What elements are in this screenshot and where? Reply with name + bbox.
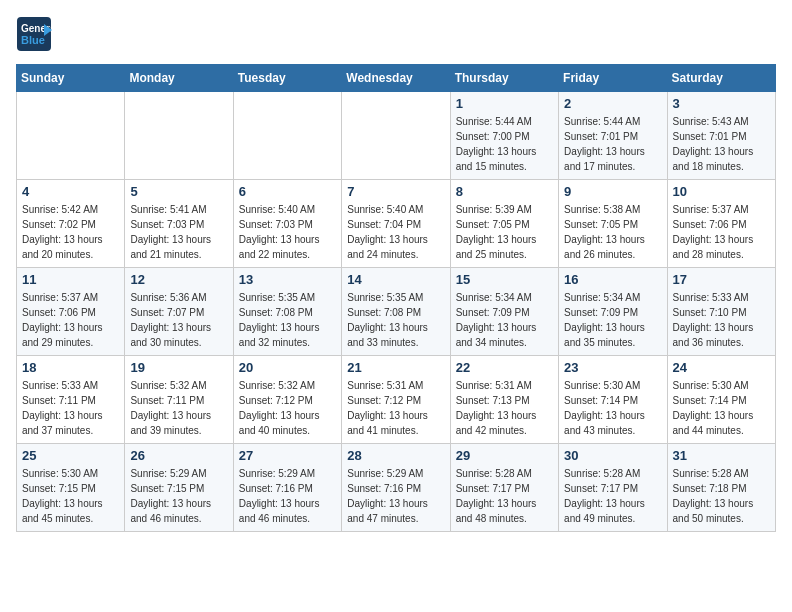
calendar-cell: 31Sunrise: 5:28 AM Sunset: 7:18 PM Dayli… bbox=[667, 444, 775, 532]
day-info: Sunrise: 5:29 AM Sunset: 7:16 PM Dayligh… bbox=[239, 466, 336, 526]
calendar-cell: 3Sunrise: 5:43 AM Sunset: 7:01 PM Daylig… bbox=[667, 92, 775, 180]
calendar-cell: 28Sunrise: 5:29 AM Sunset: 7:16 PM Dayli… bbox=[342, 444, 450, 532]
day-number: 13 bbox=[239, 272, 336, 287]
column-header-saturday: Saturday bbox=[667, 65, 775, 92]
calendar-cell: 15Sunrise: 5:34 AM Sunset: 7:09 PM Dayli… bbox=[450, 268, 558, 356]
day-number: 8 bbox=[456, 184, 553, 199]
day-info: Sunrise: 5:40 AM Sunset: 7:04 PM Dayligh… bbox=[347, 202, 444, 262]
day-info: Sunrise: 5:38 AM Sunset: 7:05 PM Dayligh… bbox=[564, 202, 661, 262]
calendar-cell bbox=[17, 92, 125, 180]
calendar-cell: 21Sunrise: 5:31 AM Sunset: 7:12 PM Dayli… bbox=[342, 356, 450, 444]
day-info: Sunrise: 5:28 AM Sunset: 7:18 PM Dayligh… bbox=[673, 466, 770, 526]
day-info: Sunrise: 5:30 AM Sunset: 7:14 PM Dayligh… bbox=[673, 378, 770, 438]
calendar-cell: 7Sunrise: 5:40 AM Sunset: 7:04 PM Daylig… bbox=[342, 180, 450, 268]
day-number: 29 bbox=[456, 448, 553, 463]
page-header: General Blue bbox=[16, 16, 776, 52]
day-info: Sunrise: 5:31 AM Sunset: 7:13 PM Dayligh… bbox=[456, 378, 553, 438]
day-number: 11 bbox=[22, 272, 119, 287]
day-info: Sunrise: 5:34 AM Sunset: 7:09 PM Dayligh… bbox=[564, 290, 661, 350]
day-number: 31 bbox=[673, 448, 770, 463]
calendar-cell: 30Sunrise: 5:28 AM Sunset: 7:17 PM Dayli… bbox=[559, 444, 667, 532]
calendar-cell: 2Sunrise: 5:44 AM Sunset: 7:01 PM Daylig… bbox=[559, 92, 667, 180]
day-number: 4 bbox=[22, 184, 119, 199]
day-info: Sunrise: 5:33 AM Sunset: 7:10 PM Dayligh… bbox=[673, 290, 770, 350]
day-number: 27 bbox=[239, 448, 336, 463]
day-number: 15 bbox=[456, 272, 553, 287]
day-number: 20 bbox=[239, 360, 336, 375]
day-info: Sunrise: 5:29 AM Sunset: 7:16 PM Dayligh… bbox=[347, 466, 444, 526]
calendar-cell: 18Sunrise: 5:33 AM Sunset: 7:11 PM Dayli… bbox=[17, 356, 125, 444]
week-row-5: 25Sunrise: 5:30 AM Sunset: 7:15 PM Dayli… bbox=[17, 444, 776, 532]
day-info: Sunrise: 5:39 AM Sunset: 7:05 PM Dayligh… bbox=[456, 202, 553, 262]
day-number: 25 bbox=[22, 448, 119, 463]
day-number: 17 bbox=[673, 272, 770, 287]
day-number: 14 bbox=[347, 272, 444, 287]
calendar-cell: 11Sunrise: 5:37 AM Sunset: 7:06 PM Dayli… bbox=[17, 268, 125, 356]
day-info: Sunrise: 5:35 AM Sunset: 7:08 PM Dayligh… bbox=[347, 290, 444, 350]
day-number: 24 bbox=[673, 360, 770, 375]
calendar-table: SundayMondayTuesdayWednesdayThursdayFrid… bbox=[16, 64, 776, 532]
calendar-cell: 6Sunrise: 5:40 AM Sunset: 7:03 PM Daylig… bbox=[233, 180, 341, 268]
calendar-cell bbox=[233, 92, 341, 180]
calendar-cell bbox=[125, 92, 233, 180]
week-row-1: 1Sunrise: 5:44 AM Sunset: 7:00 PM Daylig… bbox=[17, 92, 776, 180]
day-info: Sunrise: 5:30 AM Sunset: 7:14 PM Dayligh… bbox=[564, 378, 661, 438]
calendar-body: 1Sunrise: 5:44 AM Sunset: 7:00 PM Daylig… bbox=[17, 92, 776, 532]
day-number: 26 bbox=[130, 448, 227, 463]
calendar-cell: 17Sunrise: 5:33 AM Sunset: 7:10 PM Dayli… bbox=[667, 268, 775, 356]
svg-text:Blue: Blue bbox=[21, 34, 45, 46]
calendar-cell: 8Sunrise: 5:39 AM Sunset: 7:05 PM Daylig… bbox=[450, 180, 558, 268]
logo-icon: General Blue bbox=[16, 16, 52, 52]
calendar-cell: 29Sunrise: 5:28 AM Sunset: 7:17 PM Dayli… bbox=[450, 444, 558, 532]
week-row-4: 18Sunrise: 5:33 AM Sunset: 7:11 PM Dayli… bbox=[17, 356, 776, 444]
calendar-cell: 23Sunrise: 5:30 AM Sunset: 7:14 PM Dayli… bbox=[559, 356, 667, 444]
calendar-cell: 5Sunrise: 5:41 AM Sunset: 7:03 PM Daylig… bbox=[125, 180, 233, 268]
day-info: Sunrise: 5:29 AM Sunset: 7:15 PM Dayligh… bbox=[130, 466, 227, 526]
calendar-cell: 12Sunrise: 5:36 AM Sunset: 7:07 PM Dayli… bbox=[125, 268, 233, 356]
day-info: Sunrise: 5:44 AM Sunset: 7:01 PM Dayligh… bbox=[564, 114, 661, 174]
day-number: 10 bbox=[673, 184, 770, 199]
column-header-friday: Friday bbox=[559, 65, 667, 92]
calendar-cell: 16Sunrise: 5:34 AM Sunset: 7:09 PM Dayli… bbox=[559, 268, 667, 356]
day-info: Sunrise: 5:36 AM Sunset: 7:07 PM Dayligh… bbox=[130, 290, 227, 350]
calendar-cell: 9Sunrise: 5:38 AM Sunset: 7:05 PM Daylig… bbox=[559, 180, 667, 268]
week-row-3: 11Sunrise: 5:37 AM Sunset: 7:06 PM Dayli… bbox=[17, 268, 776, 356]
logo: General Blue bbox=[16, 16, 52, 52]
day-number: 6 bbox=[239, 184, 336, 199]
day-info: Sunrise: 5:35 AM Sunset: 7:08 PM Dayligh… bbox=[239, 290, 336, 350]
day-number: 30 bbox=[564, 448, 661, 463]
column-header-monday: Monday bbox=[125, 65, 233, 92]
calendar-cell: 25Sunrise: 5:30 AM Sunset: 7:15 PM Dayli… bbox=[17, 444, 125, 532]
day-info: Sunrise: 5:37 AM Sunset: 7:06 PM Dayligh… bbox=[22, 290, 119, 350]
day-number: 7 bbox=[347, 184, 444, 199]
day-info: Sunrise: 5:32 AM Sunset: 7:12 PM Dayligh… bbox=[239, 378, 336, 438]
calendar-header-row: SundayMondayTuesdayWednesdayThursdayFrid… bbox=[17, 65, 776, 92]
calendar-cell: 1Sunrise: 5:44 AM Sunset: 7:00 PM Daylig… bbox=[450, 92, 558, 180]
day-number: 28 bbox=[347, 448, 444, 463]
day-info: Sunrise: 5:32 AM Sunset: 7:11 PM Dayligh… bbox=[130, 378, 227, 438]
day-info: Sunrise: 5:33 AM Sunset: 7:11 PM Dayligh… bbox=[22, 378, 119, 438]
calendar-cell: 4Sunrise: 5:42 AM Sunset: 7:02 PM Daylig… bbox=[17, 180, 125, 268]
day-number: 1 bbox=[456, 96, 553, 111]
calendar-cell: 26Sunrise: 5:29 AM Sunset: 7:15 PM Dayli… bbox=[125, 444, 233, 532]
day-info: Sunrise: 5:31 AM Sunset: 7:12 PM Dayligh… bbox=[347, 378, 444, 438]
day-info: Sunrise: 5:37 AM Sunset: 7:06 PM Dayligh… bbox=[673, 202, 770, 262]
day-info: Sunrise: 5:34 AM Sunset: 7:09 PM Dayligh… bbox=[456, 290, 553, 350]
day-number: 19 bbox=[130, 360, 227, 375]
calendar-cell: 27Sunrise: 5:29 AM Sunset: 7:16 PM Dayli… bbox=[233, 444, 341, 532]
day-number: 16 bbox=[564, 272, 661, 287]
day-info: Sunrise: 5:42 AM Sunset: 7:02 PM Dayligh… bbox=[22, 202, 119, 262]
day-info: Sunrise: 5:41 AM Sunset: 7:03 PM Dayligh… bbox=[130, 202, 227, 262]
calendar-cell: 14Sunrise: 5:35 AM Sunset: 7:08 PM Dayli… bbox=[342, 268, 450, 356]
calendar-cell: 22Sunrise: 5:31 AM Sunset: 7:13 PM Dayli… bbox=[450, 356, 558, 444]
column-header-wednesday: Wednesday bbox=[342, 65, 450, 92]
day-info: Sunrise: 5:43 AM Sunset: 7:01 PM Dayligh… bbox=[673, 114, 770, 174]
column-header-thursday: Thursday bbox=[450, 65, 558, 92]
day-number: 9 bbox=[564, 184, 661, 199]
day-info: Sunrise: 5:40 AM Sunset: 7:03 PM Dayligh… bbox=[239, 202, 336, 262]
calendar-cell: 19Sunrise: 5:32 AM Sunset: 7:11 PM Dayli… bbox=[125, 356, 233, 444]
day-number: 5 bbox=[130, 184, 227, 199]
day-info: Sunrise: 5:28 AM Sunset: 7:17 PM Dayligh… bbox=[456, 466, 553, 526]
calendar-cell: 20Sunrise: 5:32 AM Sunset: 7:12 PM Dayli… bbox=[233, 356, 341, 444]
column-header-tuesday: Tuesday bbox=[233, 65, 341, 92]
